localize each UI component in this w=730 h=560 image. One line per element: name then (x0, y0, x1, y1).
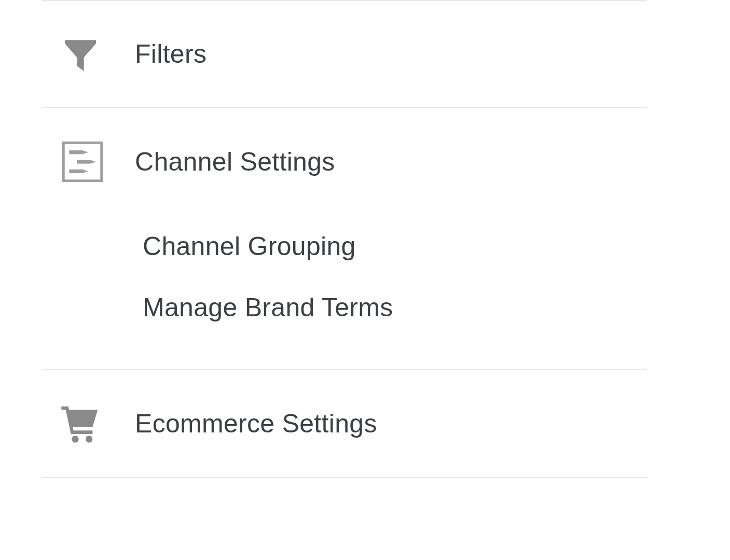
svg-point-2 (86, 436, 92, 442)
channel-icon (42, 139, 135, 185)
sidebar-item-filters[interactable]: Filters (42, 0, 647, 108)
sidebar-subitems: Channel Grouping Manage Brand Terms (42, 216, 647, 369)
sidebar-subitem-channel-grouping[interactable]: Channel Grouping (143, 216, 647, 277)
sidebar-item-channel-settings: Channel Settings Channel Grouping Manage… (42, 108, 647, 370)
sidebar-item-channel-settings-header[interactable]: Channel Settings (42, 108, 647, 216)
sidebar-nav: Filters Channel Settings (0, 0, 730, 478)
cart-icon (42, 403, 135, 444)
funnel-icon (42, 33, 135, 75)
sidebar-subitem-manage-brand-terms[interactable]: Manage Brand Terms (143, 277, 647, 338)
sidebar-item-label: Filters (135, 39, 206, 69)
sidebar-item-label: Ecommerce Settings (135, 409, 377, 439)
sidebar-item-ecommerce-settings[interactable]: Ecommerce Settings (42, 370, 647, 478)
svg-point-1 (72, 436, 78, 442)
sidebar-item-label: Channel Settings (135, 147, 335, 177)
